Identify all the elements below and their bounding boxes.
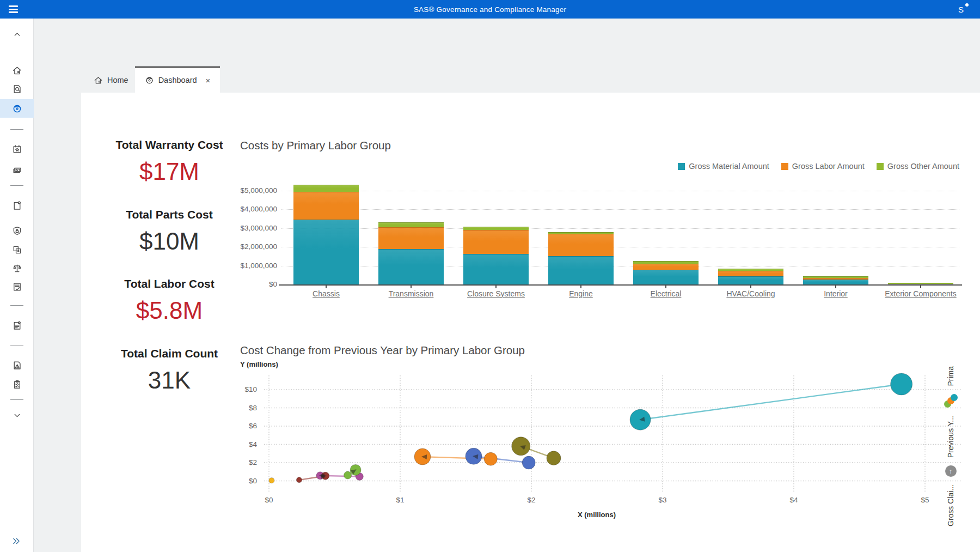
bar-segment-gross-material-amount[interactable]	[463, 254, 529, 284]
bar-gridline	[281, 191, 959, 191]
shield-lock-icon	[12, 226, 22, 236]
bubble-xtick-label: $5	[909, 496, 941, 504]
bar-segment-gross-labor-amount[interactable]	[803, 278, 868, 280]
tab-home[interactable]: Home	[88, 71, 134, 89]
bar-category-link[interactable]: Engine	[537, 289, 624, 298]
bar-segment-gross-labor-amount[interactable]	[633, 264, 699, 270]
bar-axis-tick	[835, 286, 836, 288]
sidebar-expand-button[interactable]	[8, 533, 26, 549]
home-icon	[12, 65, 22, 76]
bar-segment-gross-material-amount[interactable]	[293, 220, 359, 284]
bubble-xtick-label: $2	[515, 496, 548, 504]
sidebar-item-shield-lock[interactable]	[0, 221, 34, 240]
legend-label: Gross Other Amount	[887, 162, 959, 171]
chevron-down-icon	[12, 410, 22, 421]
legend-item[interactable]: Gross Labor Amount	[781, 162, 865, 171]
bar-category-link[interactable]: Closure Systems	[452, 289, 540, 298]
sidebar-item-scales[interactable]	[0, 259, 34, 277]
bar-ytick-label: $1,000,000	[217, 262, 277, 270]
bar-segment-gross-labor-amount[interactable]	[463, 230, 529, 254]
bar-segment-gross-labor-amount[interactable]	[888, 284, 953, 284]
bar-segment-gross-other-amount[interactable]	[718, 269, 783, 271]
sidebar-item-report-search[interactable]	[0, 80, 34, 98]
bar-segment-gross-other-amount[interactable]	[633, 261, 699, 264]
bubble-previous-green[interactable]	[344, 471, 352, 479]
sidebar-item-document-check[interactable]	[0, 277, 34, 296]
home-icon	[94, 76, 103, 85]
payments-icon	[12, 165, 22, 175]
document-info-icon	[12, 320, 22, 331]
sidebar-divider	[10, 129, 23, 130]
bar-segment-gross-other-amount[interactable]	[378, 222, 444, 227]
bar-segment-gross-other-amount[interactable]	[548, 232, 614, 234]
bar-chart-title: Costs by Primary Labor Group	[240, 139, 391, 152]
kpi-value: $5.8M	[82, 297, 256, 324]
kpi-label: Total Warranty Cost	[82, 138, 256, 151]
sidebar-item-clipboard-check[interactable]	[0, 375, 34, 393]
sidebar-item-document-warning[interactable]	[0, 356, 34, 374]
hamburger-menu-button[interactable]	[9, 4, 22, 15]
sidebar-item-home[interactable]	[0, 61, 34, 80]
scales-icon	[12, 263, 22, 274]
copy-icon	[12, 245, 22, 255]
bar-ytick-label: $0	[217, 280, 277, 288]
sidebar-item-chevron-up[interactable]	[0, 25, 34, 43]
bar-segment-gross-material-amount[interactable]	[378, 249, 444, 284]
bar-category-link[interactable]: Electrical	[622, 289, 709, 298]
sidebar	[0, 19, 34, 552]
bar-category-link[interactable]: Interior	[792, 289, 879, 298]
bubble-previous-teal[interactable]	[891, 373, 912, 395]
bar-segment-gross-other-amount[interactable]	[463, 227, 529, 229]
dashboard-icon	[145, 76, 154, 85]
bar-category-link[interactable]: HVAC/Cooling	[707, 289, 794, 298]
bar-segment-gross-labor-amount[interactable]	[293, 192, 359, 220]
bar-category-link[interactable]: Chassis	[283, 289, 370, 298]
legend-item[interactable]: Gross Other Amount	[877, 162, 959, 171]
bubble-xtick-label: $4	[777, 496, 810, 504]
hamburger-icon	[9, 5, 18, 7]
bar-segment-gross-material-amount[interactable]	[548, 256, 614, 284]
legend-swatch	[781, 163, 788, 170]
sidebar-item-chevron-down[interactable]	[0, 406, 34, 424]
bar-category-link[interactable]: Transmission	[367, 289, 455, 298]
bar-segment-gross-labor-amount[interactable]	[378, 227, 444, 249]
bar-ytick-label: $2,000,000	[217, 242, 277, 251]
bar-segment-gross-material-amount[interactable]	[718, 276, 783, 284]
bar-segment-gross-labor-amount[interactable]	[548, 234, 614, 256]
sidebar-item-copy[interactable]	[0, 240, 34, 259]
legend-item[interactable]: Gross Material Amount	[678, 162, 769, 171]
bubble-previous-blue[interactable]	[522, 456, 535, 469]
sidebar-item-calendar-star[interactable]	[0, 139, 34, 158]
sidebar-item-dashboard[interactable]	[0, 99, 34, 118]
sidebar-item-payments[interactable]	[0, 161, 34, 179]
sidebar-item-document-info[interactable]	[0, 316, 34, 335]
bubble-current-amber[interactable]	[269, 478, 274, 483]
dashboard-icon	[12, 104, 22, 114]
bubble-previous-orange[interactable]	[484, 452, 497, 465]
sidebar-item-task-new[interactable]	[0, 196, 34, 215]
sidebar-divider	[10, 305, 23, 306]
close-icon[interactable]: ×	[206, 76, 211, 84]
bubble-chart-title: Cost Change from Previous Year by Primar…	[240, 344, 525, 357]
tab-dashboard[interactable]: Dashboard ×	[135, 66, 220, 93]
bar-segment-gross-labor-amount[interactable]	[718, 271, 783, 276]
notification-dot	[965, 3, 969, 7]
bar-segment-gross-other-amount[interactable]	[888, 283, 953, 284]
bubble-ytick-label: $8	[213, 404, 257, 412]
bubble-x-axis-title: X (millions)	[564, 511, 629, 519]
bar-axis-tick	[326, 286, 327, 288]
bar-segment-gross-material-amount[interactable]	[803, 280, 868, 284]
bar-category-link[interactable]: Exterior Components	[877, 289, 964, 298]
bar-axis-tick	[411, 286, 412, 288]
sidebar-divider	[10, 399, 23, 400]
bubble-previous-maroon[interactable]	[296, 477, 302, 483]
tab-dashboard-label: Dashboard	[158, 76, 197, 84]
bubble-xtick-label: $0	[253, 496, 285, 504]
bar-segment-gross-material-amount[interactable]	[633, 270, 699, 284]
user-avatar[interactable]: S	[954, 3, 968, 16]
sidebar-divider	[10, 345, 23, 345]
bar-segment-gross-other-amount[interactable]	[803, 276, 868, 278]
bar-ytick-label: $3,000,000	[217, 224, 277, 232]
bubble-previous-olive[interactable]	[547, 451, 561, 465]
bar-segment-gross-other-amount[interactable]	[293, 185, 359, 192]
